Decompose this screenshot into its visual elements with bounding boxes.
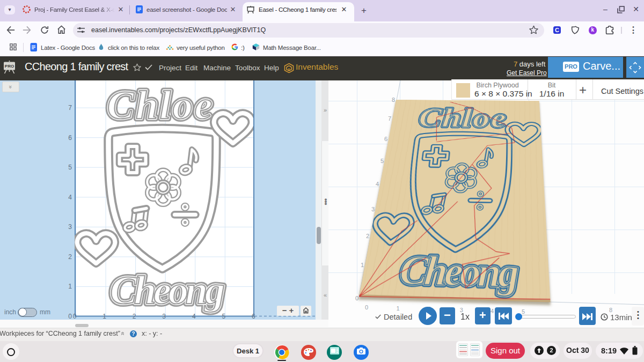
svg-text:PRO: PRO (5, 64, 14, 69)
svg-text:Cheong: Cheong (397, 248, 519, 297)
